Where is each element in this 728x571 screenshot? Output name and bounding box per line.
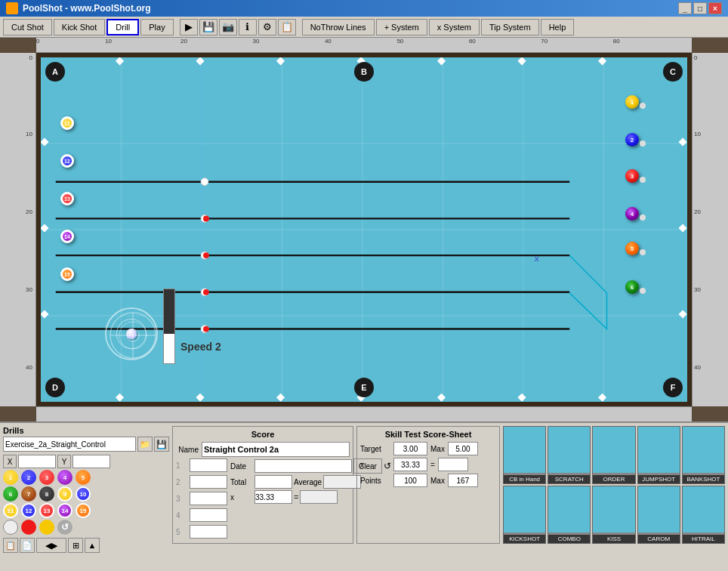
score-field-1[interactable] xyxy=(190,458,227,472)
drill-combo[interactable]: COMBO xyxy=(548,486,591,544)
drill-scratch[interactable]: SCRATCH xyxy=(548,426,591,484)
score-field-2[interactable] xyxy=(190,475,227,489)
result-field[interactable] xyxy=(300,490,338,504)
drills-label: Drills xyxy=(3,426,169,435)
max-field[interactable] xyxy=(448,442,478,455)
score-section: Score Name 1 2 3 xyxy=(172,426,353,544)
folder-icon-button[interactable]: 📁 xyxy=(137,437,153,452)
speed-bar[interactable] xyxy=(163,289,175,364)
svg-point-23 xyxy=(203,289,209,295)
grid-icon-button[interactable]: ⊞ xyxy=(68,538,83,553)
y-value-input[interactable] xyxy=(72,455,110,468)
minimize-button[interactable]: _ xyxy=(678,2,692,14)
mini-ball-9[interactable]: 9 xyxy=(57,486,72,502)
help-button[interactable]: Help xyxy=(541,19,575,35)
tip-system-button[interactable]: Tip System xyxy=(481,19,539,35)
mini-ball-11[interactable]: 11 xyxy=(3,503,18,518)
plus-system-button[interactable]: + System xyxy=(376,19,427,35)
drill-order[interactable]: ORDER xyxy=(592,426,635,484)
ball-4: 4 xyxy=(625,207,639,221)
svg-text:x: x xyxy=(535,253,539,263)
mini-ball-red[interactable] xyxy=(21,520,36,535)
name-row: Name xyxy=(176,442,350,457)
svg-rect-36 xyxy=(437,394,446,402)
skill-target-row: Target Max xyxy=(360,442,496,455)
x-system-button[interactable]: x System xyxy=(429,19,480,35)
mini-ball-14[interactable]: 14 xyxy=(57,503,72,518)
mini-ball-6[interactable]: 6 xyxy=(3,486,18,502)
average-field[interactable] xyxy=(323,475,361,489)
table-container[interactable]: 0 10 20 30 40 50 60 70 80 0 10 20 30 40 … xyxy=(0,38,728,421)
average-label: Average xyxy=(294,478,322,486)
target-field[interactable] xyxy=(393,442,427,455)
drill-jumpshot[interactable]: JUMPSHOT xyxy=(637,426,680,484)
score-num-4: 4 xyxy=(176,511,187,520)
x-score-field[interactable] xyxy=(254,490,292,504)
speed-fill xyxy=(164,334,174,363)
points-max-field[interactable] xyxy=(448,474,478,487)
clipboard-icon-button[interactable]: 📋 xyxy=(278,19,296,35)
skill-x-field[interactable] xyxy=(393,458,427,471)
drill-nav-button[interactable]: ◀▶ xyxy=(36,538,66,553)
up-icon-button[interactable]: ▲ xyxy=(85,538,100,553)
mini-ball-yellow[interactable] xyxy=(39,520,54,535)
save-drill-button[interactable]: 💾 xyxy=(154,437,169,452)
list-icon-button[interactable]: 📋 xyxy=(3,538,18,553)
mini-ball-5[interactable]: 5 xyxy=(76,470,91,485)
drill-button[interactable]: Drill xyxy=(106,19,139,35)
drill-kickshot[interactable]: KICKSHOT xyxy=(503,486,546,544)
date-field[interactable] xyxy=(254,459,352,473)
drill-hitrail[interactable]: HITRAIL xyxy=(682,486,725,544)
mini-ball-7[interactable]: 7 xyxy=(21,486,36,502)
app-icon xyxy=(6,2,18,14)
kick-shot-button[interactable]: Kick Shot xyxy=(54,19,105,35)
mini-ball-white[interactable] xyxy=(3,520,18,535)
score-field-3[interactable] xyxy=(190,492,227,505)
name-label: Name xyxy=(176,446,199,454)
drill-kiss[interactable]: KISS xyxy=(592,486,635,544)
page-icon-button[interactable]: 📄 xyxy=(20,538,35,553)
pocket-label-a: A xyxy=(45,62,65,82)
ball-11: 11 xyxy=(60,116,74,130)
mini-ball-10[interactable]: 10 xyxy=(76,486,91,502)
nothrow-lines-button[interactable]: NoThrow Lines xyxy=(302,19,375,35)
mini-ball-1[interactable]: 1 xyxy=(3,470,18,485)
close-button[interactable]: × xyxy=(708,2,722,14)
drill-bankshot[interactable]: BANKSHOT xyxy=(682,426,725,484)
maximize-button[interactable]: □ xyxy=(693,2,707,14)
drill-cb-in-hand[interactable]: CB in Hand xyxy=(503,426,546,484)
drill-filename-input[interactable] xyxy=(3,437,136,452)
score-field-5[interactable] xyxy=(190,525,227,539)
x-value-input[interactable] xyxy=(18,455,56,468)
pocket-label-e: E xyxy=(354,378,374,397)
mini-ball-2[interactable]: 2 xyxy=(21,470,36,485)
mini-ball-3[interactable]: 3 xyxy=(39,470,54,485)
total-field[interactable] xyxy=(254,475,292,489)
x-button[interactable]: X xyxy=(3,455,17,468)
save-icon-button[interactable]: 💾 xyxy=(199,19,217,35)
points-field[interactable] xyxy=(393,474,427,487)
name-field-input[interactable] xyxy=(202,442,350,457)
camera-icon-button[interactable]: 📷 xyxy=(219,19,237,35)
play-icon-button[interactable]: ▶ xyxy=(180,19,198,35)
score-row-2: 2 xyxy=(176,475,227,489)
svg-point-16 xyxy=(201,178,208,186)
mini-ball-refresh[interactable]: ↺ xyxy=(57,520,72,535)
mini-ball-13[interactable]: 13 xyxy=(39,503,54,518)
mini-ball-8[interactable]: 8 xyxy=(39,486,54,502)
settings-icon-button[interactable]: ⚙ xyxy=(258,19,276,35)
speed-label: Speed 2 xyxy=(180,341,221,353)
mini-ball-15[interactable]: 15 xyxy=(76,503,91,518)
felt[interactable]: x xyxy=(36,53,692,406)
drill-file-row: 📁 💾 xyxy=(3,437,169,452)
drill-carom[interactable]: CAROM xyxy=(637,486,680,544)
skill-result-field[interactable] xyxy=(438,458,468,471)
svg-rect-33 xyxy=(196,394,204,402)
cut-shot-button[interactable]: Cut Shot xyxy=(3,19,52,35)
mini-ball-12[interactable]: 12 xyxy=(21,503,36,518)
play-button[interactable]: Play xyxy=(140,19,173,35)
info-icon-button[interactable]: ℹ xyxy=(239,19,257,35)
y-button[interactable]: Y xyxy=(57,455,71,468)
mini-ball-4[interactable]: 4 xyxy=(57,470,72,485)
score-field-4[interactable] xyxy=(190,508,227,522)
